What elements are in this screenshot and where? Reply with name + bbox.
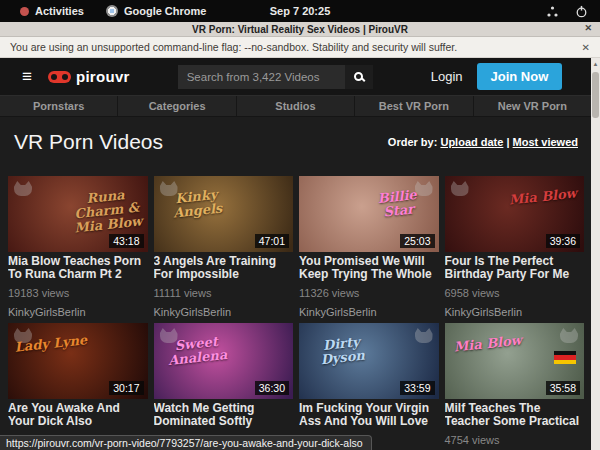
order-by-label: Order by: xyxy=(388,136,438,148)
menu-icon[interactable]: ≡ xyxy=(22,68,32,85)
video-thumbnail[interactable]: Lady Lyne 30:17 xyxy=(8,323,148,399)
video-duration-badge: 47:01 xyxy=(255,234,289,248)
vr-goggles-logo-icon xyxy=(48,71,71,83)
order-by: Order by: Upload date | Most viewed xyxy=(388,136,578,148)
video-studio-link[interactable]: KinkyGirlsBerlin xyxy=(445,306,585,318)
search-bar xyxy=(178,65,373,89)
video-thumbnail[interactable]: Runa Charm & Mia Blow 43:18 xyxy=(8,176,148,252)
window-title: VR Porn: Virtual Reality Sex Videos | Pi… xyxy=(192,24,408,35)
video-duration-badge: 43:18 xyxy=(109,234,143,248)
thumbnail-overlay-text: Mia Blow xyxy=(450,333,525,355)
focused-app-menu[interactable]: Google Chrome xyxy=(106,5,207,17)
german-flag-icon xyxy=(554,351,576,364)
thumbnail-overlay-text: Mia Blow xyxy=(505,186,580,208)
thumbnail-overlay-text: Billie Star xyxy=(359,186,436,222)
order-most-viewed-link[interactable]: Most viewed xyxy=(513,136,578,148)
video-thumbnail[interactable]: Mia Blow 39:36 xyxy=(445,176,585,252)
video-title-link[interactable]: You Promised We Will Keep Trying The Who… xyxy=(299,255,439,281)
video-studio-link[interactable]: KinkyGirlsBerlin xyxy=(299,306,439,318)
search-icon xyxy=(354,72,363,81)
warning-infobar: You are using an unsupported command-lin… xyxy=(0,37,600,58)
video-title-link[interactable]: Are You Awake And Your Dick Also xyxy=(8,402,148,428)
video-title-link[interactable]: Mia Blow Teaches Porn To Runa Charm Pt 2 xyxy=(8,255,148,281)
page-header: VR Porn Videos Order by: Upload date | M… xyxy=(0,117,600,154)
video-thumbnail[interactable]: Billie Star 25:03 xyxy=(299,176,439,252)
video-duration-badge: 25:03 xyxy=(400,234,434,248)
nav-item-pornstars[interactable]: Pornstars xyxy=(0,96,118,116)
video-thumbnail[interactable]: Mia Blow 35:58 xyxy=(445,323,585,399)
login-link[interactable]: Login xyxy=(431,69,463,84)
video-studio-link[interactable]: KinkyGirlsBerlin xyxy=(8,306,148,318)
warning-message: You are using an unsupported command-lin… xyxy=(10,41,457,53)
window-close-icon[interactable]: ✕ xyxy=(584,23,592,33)
video-title-link[interactable]: Im Fucking Your Virgin Ass And You Will … xyxy=(299,402,439,428)
status-bar-url: https://pirouvr.com/vr-porn-video/779325… xyxy=(0,435,372,450)
network-icon[interactable] xyxy=(546,5,559,18)
scrollbar[interactable]: ▲ xyxy=(591,58,600,450)
video-views: 6958 views xyxy=(445,287,585,299)
video-card[interactable]: Runa Charm & Mia Blow 43:18 Mia Blow Tea… xyxy=(8,176,148,318)
video-card[interactable]: Lady Lyne 30:17 Are You Awake And Your D… xyxy=(8,323,148,450)
studio-cat-logo-icon xyxy=(560,328,578,343)
video-card[interactable]: Sweet Analena 36:30 Watch Me Getting Dom… xyxy=(154,323,294,450)
screen: Activities Google Chrome Sep 7 20:25 VR … xyxy=(0,0,600,450)
studio-cat-logo-icon xyxy=(451,181,469,196)
search-input[interactable] xyxy=(178,65,345,89)
activities-label: Activities xyxy=(35,5,84,17)
nav-item-new-vr-porn[interactable]: New VR Porn xyxy=(474,96,591,116)
search-button[interactable] xyxy=(345,65,373,89)
thumbnail-overlay-text: Runa Charm & Mia Blow xyxy=(68,186,146,236)
nav-item-categories[interactable]: Categories xyxy=(118,96,236,116)
order-upload-date-link[interactable]: Upload date xyxy=(440,136,503,148)
video-title-link[interactable]: Watch Me Getting Dominated Softly xyxy=(154,402,294,428)
logo-text: pirouvr xyxy=(76,68,130,85)
video-thumbnail[interactable]: Kinky Angels 47:01 xyxy=(154,176,294,252)
video-card[interactable]: Kinky Angels 47:01 3 Angels Are Training… xyxy=(154,176,294,318)
video-card[interactable]: Dirty Dyson 33:59 Im Fucking Your Virgin… xyxy=(299,323,439,450)
video-title-link[interactable]: Four Is The Perfect Birthday Party For M… xyxy=(445,255,585,281)
activities-button[interactable]: Activities xyxy=(20,5,84,17)
nav-item-studios[interactable]: Studios xyxy=(237,96,355,116)
recording-indicator-icon xyxy=(20,7,29,16)
window-title-bar: VR Porn: Virtual Reality Sex Videos | Pi… xyxy=(0,22,600,37)
power-icon[interactable] xyxy=(575,5,588,18)
site-nav: Pornstars Categories Studios Best VR Por… xyxy=(0,95,600,117)
video-title-link[interactable]: 3 Angels Are Training For Impossible Mis… xyxy=(154,255,294,281)
video-duration-badge: 30:17 xyxy=(109,381,143,395)
studio-cat-logo-icon xyxy=(415,328,433,343)
warning-close-icon[interactable]: ✕ xyxy=(582,42,590,53)
site-logo[interactable]: pirouvr xyxy=(48,68,130,85)
thumbnail-overlay-text: Dirty Dyson xyxy=(304,333,381,369)
video-thumbnail[interactable]: Dirty Dyson 33:59 xyxy=(299,323,439,399)
video-views: 4754 views xyxy=(445,434,585,446)
chrome-icon xyxy=(106,5,118,17)
video-card[interactable]: Mia Blow 39:36 Four Is The Perfect Birth… xyxy=(445,176,585,318)
order-separator: | xyxy=(506,136,509,148)
video-views: 11111 views xyxy=(154,287,294,299)
video-title-link[interactable]: Milf Teaches The Teacher Some Practical … xyxy=(445,402,585,428)
app-name-label: Google Chrome xyxy=(124,5,207,17)
video-studio-link[interactable]: KinkyGirlsBerlin xyxy=(154,306,294,318)
video-card[interactable]: Billie Star 25:03 You Promised We Will K… xyxy=(299,176,439,318)
video-card[interactable]: Mia Blow 35:58 Milf Teaches The Teacher … xyxy=(445,323,585,450)
nav-item-best-vr-porn[interactable]: Best VR Porn xyxy=(355,96,473,116)
video-duration-badge: 33:59 xyxy=(400,381,434,395)
scroll-up-icon[interactable]: ▲ xyxy=(591,58,600,67)
site-header: ≡ pirouvr Login Join Now xyxy=(0,58,600,95)
video-duration-badge: 39:36 xyxy=(546,234,580,248)
clock[interactable]: Sep 7 20:25 xyxy=(270,5,331,17)
video-views: 19183 views xyxy=(8,287,148,299)
studio-cat-logo-icon xyxy=(14,181,32,196)
join-now-button[interactable]: Join Now xyxy=(477,63,563,90)
system-top-bar: Activities Google Chrome Sep 7 20:25 xyxy=(0,0,600,22)
video-duration-badge: 35:58 xyxy=(546,381,580,395)
video-grid: Runa Charm & Mia Blow 43:18 Mia Blow Tea… xyxy=(8,176,584,450)
scrollbar-thumb[interactable] xyxy=(592,72,599,118)
page-title: VR Porn Videos xyxy=(14,130,163,154)
video-views: 11326 views xyxy=(299,287,439,299)
video-duration-badge: 36:30 xyxy=(255,381,289,395)
video-thumbnail[interactable]: Sweet Analena 36:30 xyxy=(154,323,294,399)
